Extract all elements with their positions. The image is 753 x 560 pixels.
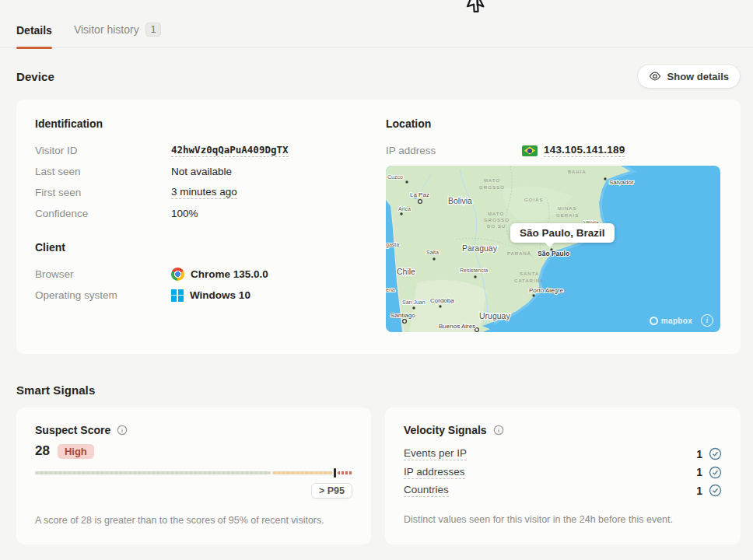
map-label: CATARINA xyxy=(514,278,544,283)
countries-label[interactable]: Countries xyxy=(404,484,449,497)
location-heading: Location xyxy=(386,117,722,130)
map-label: GOIÁS xyxy=(524,198,544,202)
map-city-dot xyxy=(439,305,441,307)
velocity-signals-info-icon[interactable] xyxy=(493,425,504,436)
suspect-score-info-icon[interactable] xyxy=(117,425,128,436)
visitor-id-row: Visitor ID 42hwVz0qQaPuA409DgTX xyxy=(35,140,386,161)
smart-signals-grid: Suspect Score 28 High > P95 A score of 2… xyxy=(16,408,741,544)
map-label: GROSSO xyxy=(479,185,505,190)
mapbox-icon xyxy=(650,317,658,325)
confidence-value: 100% xyxy=(171,208,198,219)
map-city-dot xyxy=(403,320,407,324)
device-right-column: Location IP address 143.105.141.189 xyxy=(386,117,722,337)
map-city-dot xyxy=(405,180,408,183)
events-per-ip-value: 1 xyxy=(696,448,702,460)
os-row: Operating system Windows 10 xyxy=(35,285,386,306)
tab-visitor-history[interactable]: Visitor history 1 xyxy=(74,23,161,47)
map-label: MATO xyxy=(484,178,500,183)
score-bar-orange-segment xyxy=(272,471,333,474)
browser-row: Browser Chrome 135.0.0 xyxy=(35,264,386,285)
map-label: Bolivia xyxy=(448,196,472,205)
map-label: Cordoba xyxy=(430,297,454,304)
suspect-score-description: A score of 28 is greater than to the sco… xyxy=(35,515,352,526)
map-city-dot xyxy=(532,294,534,296)
client-heading: Client xyxy=(35,241,386,254)
device-card: Identification Visitor ID 42hwVz0qQaPuA4… xyxy=(16,100,741,354)
map-label: GROSSO xyxy=(484,218,510,222)
map-label: Salta xyxy=(426,250,439,255)
show-details-label: Show details xyxy=(667,71,729,82)
map-label: gasta xyxy=(386,242,399,248)
map-city-dot xyxy=(604,177,606,180)
mapbox-logo[interactable]: mapbox xyxy=(650,317,692,325)
events-per-ip-label[interactable]: Events per IP xyxy=(404,447,467,460)
device-section-header: Device Show details xyxy=(0,48,753,100)
os-value: Windows 10 xyxy=(190,289,250,301)
map-label: Resistencia xyxy=(460,268,488,273)
tab-bar: Details Visitor history 1 xyxy=(0,0,753,48)
map-label: Porto Alegre xyxy=(529,287,564,294)
map-label: MINAS xyxy=(558,206,577,211)
suspect-score-level-badge: High xyxy=(58,444,94,459)
map-label: Santiago xyxy=(391,312,415,319)
browser-label: Browser xyxy=(35,268,171,280)
map-info-icon[interactable]: i xyxy=(701,314,713,327)
check-circle-icon xyxy=(709,484,722,497)
first-seen-row: First seen 3 minutes ago xyxy=(35,182,386,203)
ip-address-value[interactable]: 143.105.141.189 xyxy=(544,144,625,157)
velocity-signals-description: Distinct values seen for this visitor in… xyxy=(404,514,722,525)
smart-signals-heading: Smart Signals xyxy=(16,383,95,397)
first-seen-value[interactable]: 3 minutes ago xyxy=(171,186,237,199)
device-heading: Device xyxy=(16,70,54,83)
map-city-dot xyxy=(412,306,415,309)
map-label: MATO xyxy=(488,212,504,216)
map-city-dot xyxy=(433,257,435,260)
ip-addresses-label[interactable]: IP addresses xyxy=(404,466,465,479)
last-seen-value: Not available xyxy=(171,166,232,177)
ip-address-row: IP address 143.105.141.189 xyxy=(386,140,722,161)
suspect-score-value: 28 xyxy=(35,443,50,459)
tab-details[interactable]: Details xyxy=(16,24,52,47)
windows-icon xyxy=(171,289,184,302)
velocity-signals-card: Velocity Signals Events per IP 1 IP addr… xyxy=(385,408,741,544)
percentile-badge: > P95 xyxy=(311,483,352,499)
map-label: Chile xyxy=(397,267,415,276)
chrome-icon xyxy=(171,268,184,281)
score-bar-red-segment xyxy=(338,471,352,474)
smart-signals-section-header: Smart Signals xyxy=(0,354,753,408)
check-circle-icon xyxy=(709,447,722,460)
last-seen-label: Last seen xyxy=(35,166,171,177)
eye-icon xyxy=(649,70,661,82)
map-label: DO SU xyxy=(487,224,506,229)
ip-addresses-row: IP addresses 1 xyxy=(404,464,722,482)
events-per-ip-row: Events per IP 1 xyxy=(404,445,722,464)
map-city-dot xyxy=(400,212,402,215)
map-label: Arica xyxy=(398,206,411,212)
map-location-tooltip: São Paulo, Brazil xyxy=(510,223,615,243)
browser-value: Chrome 135.0.0 xyxy=(191,268,268,280)
visitor-id-label: Visitor ID xyxy=(35,145,171,156)
confidence-label: Confidence xyxy=(35,208,171,219)
check-circle-icon xyxy=(709,466,722,479)
countries-row: Countries 1 xyxy=(404,481,722,500)
map-label: PARANÁ xyxy=(507,251,531,256)
suspect-score-card: Suspect Score 28 High > P95 A score of 2… xyxy=(16,408,371,544)
location-map[interactable]: CuzcoLa PazBoliviaAricaMATOGROSSOGOIÁSMI… xyxy=(386,166,720,332)
visitor-id-value[interactable]: 42hwVz0qQaPuA409DgTX xyxy=(171,144,289,157)
map-label: Buenos Aires xyxy=(439,323,475,330)
show-details-button[interactable]: Show details xyxy=(637,64,741,89)
map-label: GERAIS xyxy=(556,213,579,218)
map-label: Salvador xyxy=(609,179,634,186)
identification-heading: Identification xyxy=(35,117,386,130)
map-city-dot xyxy=(474,275,476,278)
score-bar-marker xyxy=(334,468,336,478)
device-left-column: Identification Visitor ID 42hwVz0qQaPuA4… xyxy=(35,117,386,337)
map-label: ena xyxy=(386,287,395,292)
tab-visitor-history-label: Visitor history xyxy=(74,23,139,36)
brazil-flag-icon xyxy=(522,145,538,156)
map-label: Cuzco xyxy=(387,174,403,180)
map-city-dot xyxy=(475,328,479,332)
map-label: Paraguay xyxy=(462,243,498,253)
map-canvas: CuzcoLa PazBoliviaAricaMATOGROSSOGOIÁSMI… xyxy=(386,166,720,332)
os-label: Operating system xyxy=(35,289,171,301)
